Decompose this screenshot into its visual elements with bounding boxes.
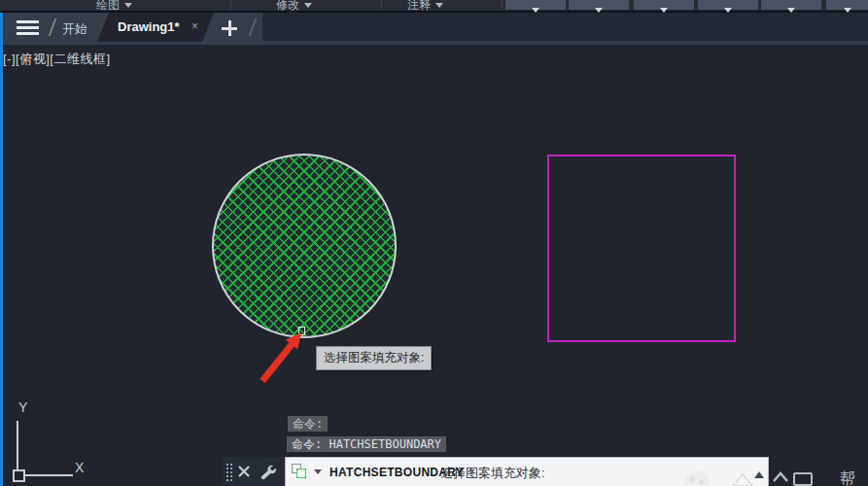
ribbon-panel-annotate[interactable]: 注释: [407, 0, 443, 11]
ribbon-panel-draw[interactable]: 绘图: [96, 0, 132, 11]
command-history-line: 命令: HATCHSETBOUNDARY: [287, 436, 446, 452]
tab-start[interactable]: 开始: [62, 20, 87, 38]
file-tab-bar: 开始 Drawing1* ×: [0, 13, 868, 45]
hatch-tool-icon[interactable]: [292, 464, 307, 479]
monitor-icon[interactable]: [793, 472, 813, 486]
chevron-down-icon: [304, 3, 312, 8]
tab-drawing1-label: Drawing1*: [118, 19, 180, 34]
ribbon-collapsed-panel-button[interactable]: [634, 0, 694, 10]
ucs-origin-box: [13, 469, 25, 482]
red-arrow-annotation: [253, 326, 311, 389]
ucs-y-label: Y: [18, 399, 27, 415]
chevron-up-icon[interactable]: [772, 469, 789, 486]
rectangle-object[interactable]: [547, 155, 736, 342]
expand-history-icon[interactable]: [754, 471, 764, 478]
tab-drawing1[interactable]: Drawing1* ×: [97, 13, 214, 42]
tab-separator: [49, 18, 57, 36]
ucs-x-axis-line: [24, 474, 73, 476]
ucs-x-label: X: [75, 460, 84, 475]
wrench-icon[interactable]: [259, 463, 276, 480]
status-orb-icon: [684, 470, 710, 486]
command-history-line: 命令:: [288, 416, 328, 432]
chevron-down-icon: [435, 3, 443, 8]
chevron-down-icon: [124, 3, 132, 8]
ribbon-panel-annotate-label: 注释: [407, 0, 431, 12]
ucs-y-axis-line: [17, 421, 18, 470]
ribbon-collapsed-panel-button[interactable]: [826, 0, 868, 10]
ribbon-collapsed-panel-button[interactable]: [698, 0, 758, 10]
command-line-bar[interactable]: HATCHSETBOUNDARY 选择图案填充对象:: [285, 457, 769, 486]
ghost-triangle-icon: [732, 473, 753, 486]
autocad-window: 绘图 修改 注释 开始 Drawing1* × [-][俯视][二维线框] 选择…: [0, 0, 868, 486]
ribbon-separator: [381, 0, 382, 10]
ribbon-panel-modify-label: 修改: [276, 0, 299, 12]
ribbon-separator: [230, 0, 231, 10]
drag-grip-icon[interactable]: [226, 463, 232, 482]
file-tab-bar-empty-area: [262, 13, 868, 41]
hamburger-menu-icon[interactable]: [17, 20, 39, 36]
ribbon-collapsed-panel-button[interactable]: [761, 0, 821, 10]
ribbon-separator: [502, 0, 503, 10]
command-prompt-text: 选择图案填充对象:: [440, 465, 545, 482]
statusbar-partial-text[interactable]: 帮: [840, 469, 865, 486]
window-edge-accent: [0, 13, 3, 486]
ribbon-collapsed-panel-button[interactable]: [505, 0, 566, 10]
tab-separator: [249, 18, 258, 36]
new-tab-plus-icon[interactable]: [222, 20, 237, 36]
chevron-down-icon[interactable]: [314, 469, 322, 474]
ribbon-panel-draw-label: 绘图: [96, 0, 120, 12]
cursor-tooltip: 选择图案填充对象:: [316, 346, 432, 370]
close-icon[interactable]: [237, 465, 251, 478]
ribbon-panel-modify[interactable]: 修改: [276, 0, 312, 11]
viewport-controls-label[interactable]: [-][俯视][二维线框]: [3, 51, 111, 68]
ribbon-bar: 绘图 修改 注释: [0, 0, 868, 13]
tab-close-icon[interactable]: ×: [191, 19, 198, 33]
ribbon-collapsed-panel-button[interactable]: [569, 0, 629, 10]
command-dock: [223, 457, 285, 486]
hatched-circle-object[interactable]: [212, 154, 397, 338]
